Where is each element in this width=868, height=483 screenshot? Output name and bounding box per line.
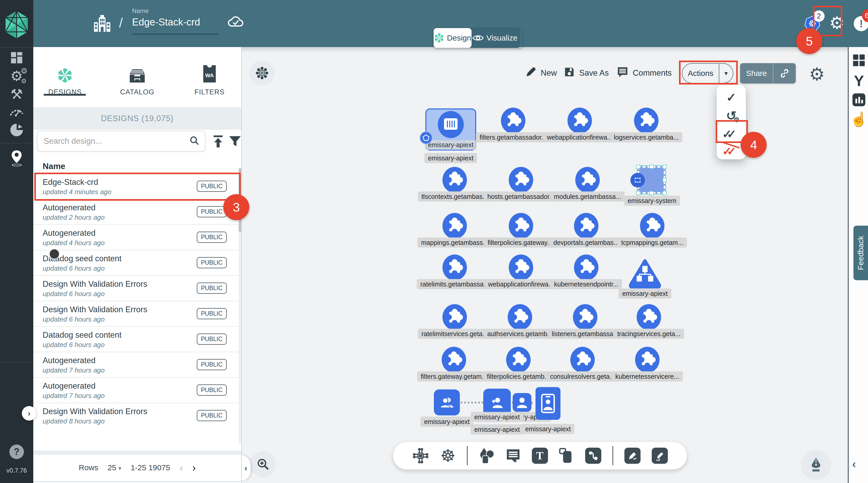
design-row[interactable]: Autogeneratedupdated 2 hours agoPUBLIC xyxy=(33,199,239,224)
node-crd[interactable] xyxy=(509,167,533,193)
location-pin-icon[interactable] xyxy=(0,149,33,168)
node-crd[interactable] xyxy=(575,167,600,193)
actions-button[interactable]: Actions ▾ xyxy=(682,63,733,84)
tab-visualize[interactable]: Visualize xyxy=(469,28,521,48)
meshery-logo[interactable] xyxy=(0,10,33,39)
pen-tool-icon[interactable] xyxy=(624,448,641,464)
visibility-badge[interactable]: PUBLIC xyxy=(197,232,227,243)
merge-components-icon[interactable] xyxy=(412,447,429,464)
save-as-button[interactable]: Save As xyxy=(564,64,609,82)
text-tool-icon[interactable]: T xyxy=(532,448,548,464)
extensions-icon[interactable] xyxy=(0,121,33,139)
visibility-badge[interactable]: PUBLIC xyxy=(197,181,227,192)
tab-design[interactable]: Design xyxy=(434,28,471,48)
canvas-settings-gear-icon[interactable]: ⚙ xyxy=(809,64,825,85)
node-crd[interactable] xyxy=(567,108,592,133)
interact-hand-icon[interactable]: ☝ xyxy=(849,111,868,127)
next-page-button[interactable]: › xyxy=(192,462,196,474)
configuration-tools-icon[interactable]: ⚒ xyxy=(0,85,33,103)
visibility-badge[interactable]: PUBLIC xyxy=(197,385,227,396)
visibility-badge[interactable]: PUBLIC xyxy=(197,206,227,217)
dashboard-icon[interactable] xyxy=(0,48,33,67)
design-row[interactable]: Design With Validation Errorsupdated 6 h… xyxy=(33,275,239,301)
search-input[interactable] xyxy=(37,137,189,146)
lifecycle-gears-icon[interactable]: ⚙⚙⚙ xyxy=(0,66,33,85)
publish-upload-icon[interactable] xyxy=(212,135,224,149)
new-design-button[interactable]: New xyxy=(525,64,557,82)
help-button[interactable]: ? xyxy=(9,445,24,459)
design-row[interactable]: Edge-Stack-crdupdated 4 minutes agoPUBLI… xyxy=(33,173,239,199)
tab-filters[interactable]: WA FILTERS xyxy=(184,55,236,96)
zoom-in-icon[interactable] xyxy=(250,451,276,477)
cloud-sync-icon[interactable] xyxy=(227,14,244,29)
visibility-badge[interactable]: PUBLIC xyxy=(197,308,227,319)
dashboard-chart-icon[interactable] xyxy=(849,93,868,107)
sketch-pencil-icon[interactable] xyxy=(652,448,668,464)
visibility-badge[interactable]: PUBLIC xyxy=(197,359,227,370)
design-row[interactable]: Design With Validation Errorsupdated 8 h… xyxy=(33,403,239,428)
notes-tool-icon[interactable] xyxy=(559,448,574,464)
pen-nib-icon[interactable] xyxy=(801,450,831,480)
copy-link-icon[interactable] xyxy=(773,68,796,79)
node-crd[interactable] xyxy=(509,254,533,280)
node-crd[interactable] xyxy=(635,347,659,373)
node-crd[interactable] xyxy=(509,213,533,239)
sidebar-expand-button[interactable]: › xyxy=(22,406,36,421)
share-button[interactable]: Share xyxy=(740,63,796,84)
node-emissary-apiext-selected[interactable]: emissary-apiext xyxy=(425,109,476,151)
feedback-tab[interactable]: Feedback xyxy=(854,225,868,280)
design-row[interactable]: Autogeneratedupdated 7 hours agoPUBLIC xyxy=(33,352,239,377)
shapes-icon[interactable] xyxy=(479,447,494,464)
node-crd[interactable] xyxy=(501,108,525,133)
components-grid-icon[interactable] xyxy=(849,53,868,67)
node-crd[interactable] xyxy=(574,213,598,239)
design-row-title: Design With Validation Errors xyxy=(43,305,147,314)
node-deployment-triangle[interactable] xyxy=(628,258,662,290)
node-crd[interactable] xyxy=(508,304,532,330)
comment-tool-icon[interactable] xyxy=(506,448,521,463)
organization-building-icon[interactable] xyxy=(93,14,112,34)
kubernetes-wheel-icon[interactable]: ☸ xyxy=(440,446,456,466)
node-crd[interactable] xyxy=(442,254,467,280)
node-crd[interactable] xyxy=(442,347,466,373)
tab-catalog[interactable]: CATALOG xyxy=(111,55,163,96)
tab-designs[interactable]: DESIGNS xyxy=(39,55,91,96)
visibility-badge[interactable]: PUBLIC xyxy=(197,282,227,294)
node-service-account-card[interactable] xyxy=(535,387,560,420)
design-row[interactable]: Datadog seed contentupdated 6 hours agoP… xyxy=(33,326,239,352)
rows-per-page-select[interactable]: 25 ▾ xyxy=(107,463,121,472)
actions-caret-icon[interactable]: ▾ xyxy=(719,70,733,77)
node-service-account[interactable] xyxy=(513,393,531,412)
visibility-badge[interactable]: PUBLIC xyxy=(197,257,227,268)
settings-gear-icon[interactable]: ⚙ xyxy=(829,13,845,33)
node-crd[interactable] xyxy=(634,108,658,133)
design-row[interactable]: Autogeneratedupdated 7 hours agoPUBLIC xyxy=(33,377,239,403)
dry-run-history-icon[interactable]: ↺⚙ xyxy=(717,108,746,124)
node-crd[interactable] xyxy=(442,213,467,239)
node-crd[interactable] xyxy=(570,347,595,373)
performance-gauge-icon[interactable] xyxy=(0,102,33,121)
design-row[interactable]: Design With Validation Errorsupdated 6 h… xyxy=(33,301,239,326)
connection-path-icon[interactable] xyxy=(585,448,601,464)
design-row[interactable]: Datadog seed contentupdated 6 hours agoP… xyxy=(33,250,239,275)
node-crd[interactable] xyxy=(573,304,597,330)
relationships-y-icon[interactable]: Y xyxy=(849,72,868,89)
visibility-badge[interactable]: PUBLIC xyxy=(197,410,227,421)
comments-button[interactable]: Comments xyxy=(617,64,672,82)
node-crd[interactable] xyxy=(637,304,661,330)
right-rail-collapse-icon[interactable]: ‹ xyxy=(852,457,856,471)
node-crd[interactable] xyxy=(442,304,467,330)
validate-check-icon[interactable]: ✓ xyxy=(717,89,746,106)
node-crd[interactable] xyxy=(506,347,531,373)
filter-funnel-icon[interactable] xyxy=(229,135,241,148)
node-emissary-system[interactable] xyxy=(638,166,665,194)
node-cluster-role[interactable] xyxy=(434,389,460,415)
previous-page-button[interactable]: ‹ xyxy=(179,462,183,474)
design-name-input[interactable] xyxy=(132,17,218,28)
visibility-badge[interactable]: PUBLIC xyxy=(197,334,227,345)
node-crd[interactable] xyxy=(640,213,664,239)
design-row[interactable]: Autogeneratedupdated 4 hours agoPUBLIC xyxy=(33,224,239,250)
node-crd[interactable] xyxy=(574,254,598,280)
mesh-hub-icon[interactable] xyxy=(250,61,275,86)
node-crd[interactable] xyxy=(442,167,467,193)
